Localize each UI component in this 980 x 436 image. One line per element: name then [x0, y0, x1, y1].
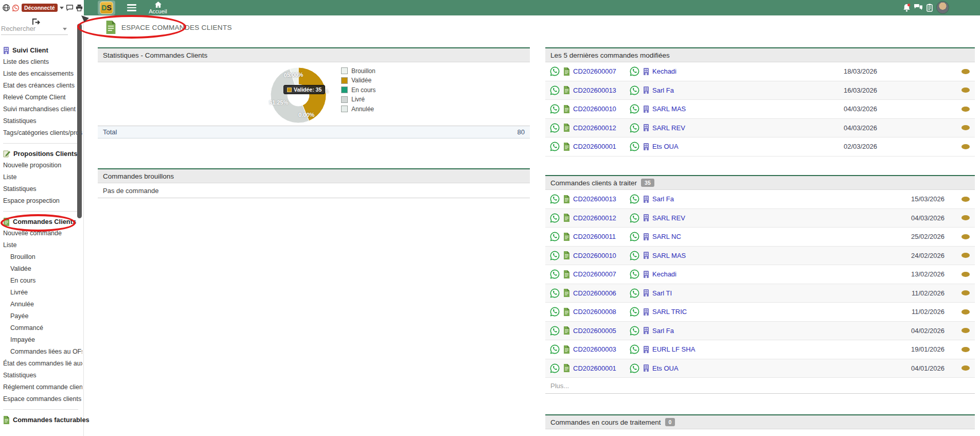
client-link[interactable]: Ets OUA: [652, 364, 679, 372]
bell-icon[interactable]: [903, 4, 911, 12]
whatsapp-icon[interactable]: [12, 4, 20, 12]
sidebar-item-liste[interactable]: Liste: [3, 239, 82, 251]
whatsapp-icon[interactable]: [629, 123, 640, 133]
sidebar-item-liste-des-encaissements[interactable]: Liste des encaissements: [3, 68, 82, 80]
client-link[interactable]: SARL MAS: [652, 252, 686, 259]
whatsapp-icon[interactable]: [629, 85, 640, 96]
whatsapp-icon[interactable]: [549, 66, 560, 77]
sidebar-scrollbar[interactable]: [77, 24, 82, 218]
whatsapp-icon[interactable]: [549, 306, 560, 317]
sidebar-item-pay-e[interactable]: Payée: [3, 310, 82, 322]
printer-icon[interactable]: [76, 4, 83, 11]
whatsapp-icon[interactable]: [629, 194, 640, 204]
search-dropdown-icon[interactable]: [63, 28, 67, 30]
order-row[interactable]: CD202600010SARL MAS24/02/2026: [545, 247, 975, 266]
order-ref-link[interactable]: CD202600012: [573, 214, 616, 222]
whatsapp-icon[interactable]: [629, 288, 640, 299]
sidebar-item-valid-e[interactable]: Validée: [3, 263, 82, 275]
order-ref-link[interactable]: CD202600010: [573, 105, 616, 113]
whatsapp-icon[interactable]: [549, 194, 560, 204]
sidebar-item-livr-e[interactable]: Livrée: [3, 287, 82, 299]
order-row[interactable]: CD202600007Kechadi18/03/2026: [545, 62, 975, 81]
client-link[interactable]: SARL TRIC: [652, 308, 687, 316]
whatsapp-icon[interactable]: [549, 213, 560, 223]
sidebar-item-statistiques[interactable]: Statistiques: [3, 370, 82, 381]
comment-icon[interactable]: [66, 4, 74, 11]
order-row[interactable]: CD202600012SARL REV04/03/2026: [545, 209, 975, 228]
client-link[interactable]: Sarl TI: [652, 289, 672, 297]
client-link[interactable]: Kechadi: [652, 270, 676, 278]
order-row[interactable]: CD202600003EURL LF SHA19/01/2026: [545, 340, 975, 359]
sidebar-item-etat-des-cr-ances-clients[interactable]: Etat des créances clients: [3, 80, 82, 92]
whatsapp-icon[interactable]: [629, 103, 640, 114]
sidebar-section-suivi-client[interactable]: Suivi Client: [3, 44, 82, 56]
whatsapp-icon[interactable]: [629, 306, 640, 317]
menu-toggle-icon[interactable]: [127, 4, 136, 11]
order-row[interactable]: CD202600008SARL TRIC11/02/2026: [545, 303, 975, 322]
globe-icon[interactable]: [3, 4, 10, 11]
whatsapp-icon[interactable]: [549, 103, 560, 114]
order-row[interactable]: CD202600007Kechadi13/02/2026: [545, 265, 975, 284]
sidebar-item-brouillon[interactable]: Brouillon: [3, 251, 82, 263]
whatsapp-icon[interactable]: [629, 269, 640, 280]
order-row[interactable]: CD202600005Sarl Fa04/02/2026: [545, 322, 975, 341]
avatar[interactable]: [936, 1, 949, 14]
client-link[interactable]: Kechadi: [652, 67, 676, 75]
sidebar-section-commandes-facturables[interactable]: Commandes facturables: [3, 414, 82, 426]
client-link[interactable]: SARL NC: [652, 233, 681, 240]
status-badge[interactable]: Déconnecté: [22, 4, 58, 12]
sidebar-item-statistiques[interactable]: Statistiques: [3, 183, 82, 195]
sidebar-item-tags-cat-gories-clients-prosp-[interactable]: Tags/catégories clients/prosp.: [3, 127, 82, 139]
order-ref-link[interactable]: CD202600007: [573, 67, 616, 75]
sidebar-item-statistiques[interactable]: Statistiques: [3, 115, 82, 127]
sidebar-item-liste[interactable]: Liste: [3, 171, 82, 183]
whatsapp-icon[interactable]: [549, 141, 560, 152]
whatsapp-icon[interactable]: [629, 325, 640, 336]
client-link[interactable]: Sarl Fa: [652, 195, 674, 203]
order-row[interactable]: CD202600013Sarl Fa15/03/2026: [545, 190, 975, 209]
whatsapp-icon[interactable]: [549, 325, 560, 336]
sidebar-item-espace-commandes-clients[interactable]: Espace commandes clients: [3, 393, 82, 405]
whatsapp-icon[interactable]: [629, 344, 640, 355]
order-ref-link[interactable]: CD202600005: [573, 327, 616, 335]
client-link[interactable]: SARL REV: [652, 214, 685, 222]
app-logo[interactable]: DS: [100, 2, 113, 14]
client-link[interactable]: Ets OUA: [652, 143, 679, 150]
client-link[interactable]: Sarl Fa: [652, 327, 674, 335]
sidebar-item-r-glement-commande-client[interactable]: Réglement commande client: [3, 381, 82, 393]
chat-bubbles-icon[interactable]: [914, 4, 923, 11]
order-ref-link[interactable]: CD202600001: [573, 364, 616, 372]
sidebar-item-impay-e[interactable]: Impayée: [3, 334, 82, 346]
order-row[interactable]: CD202600006Sarl TI11/02/2026: [545, 284, 975, 303]
sidebar-item-suivi-marchandises-client[interactable]: Suivi marchandises client: [3, 103, 82, 115]
order-ref-link[interactable]: CD202600013: [573, 86, 616, 94]
sidebar-item--tat-des-commandes-li-aux-[interactable]: État des commandes lié aux ...: [3, 358, 82, 370]
sidebar-item-annul-e[interactable]: Annulée: [3, 299, 82, 310]
chevron-down-icon[interactable]: [60, 7, 64, 9]
order-ref-link[interactable]: CD202600008: [573, 308, 616, 316]
whatsapp-icon[interactable]: [629, 213, 640, 223]
order-row[interactable]: CD202600012SARL REV04/03/2026: [545, 119, 975, 138]
order-row[interactable]: CD202600001Ets OUA02/03/2026: [545, 137, 975, 156]
client-link[interactable]: EURL LF SHA: [652, 345, 695, 353]
sidebar-item-commanc-[interactable]: Commancé: [3, 322, 82, 334]
sidebar-item-commandes-li-es-au-ofs[interactable]: Commandes liées au OFs: [3, 346, 82, 358]
order-ref-link[interactable]: CD202600011: [573, 233, 616, 240]
order-row[interactable]: CD202600013Sarl Fa16/03/2026: [545, 81, 975, 100]
whatsapp-icon[interactable]: [549, 123, 560, 133]
client-link[interactable]: Sarl Fa: [652, 86, 674, 94]
client-link[interactable]: SARL MAS: [652, 105, 686, 113]
sidebar-section-commandes-clients[interactable]: Commandes Clients: [3, 216, 82, 228]
sidebar-section-propositions-clients[interactable]: Propositions Clients: [3, 148, 82, 160]
whatsapp-icon[interactable]: [549, 231, 560, 242]
whatsapp-icon[interactable]: [629, 363, 640, 374]
sidebar-item-en-cours[interactable]: En cours: [3, 275, 82, 287]
whatsapp-icon[interactable]: [549, 269, 560, 280]
sidebar-item-nouvelle-proposition[interactable]: Nouvelle proposition: [3, 160, 82, 171]
order-ref-link[interactable]: CD202600006: [573, 289, 616, 297]
sidebar-item-nouvelle-commande[interactable]: Nouvelle commande: [3, 228, 82, 239]
order-row[interactable]: CD202600011SARL NC25/02/2026: [545, 228, 975, 247]
order-row[interactable]: CD202600001Ets OUA04/01/2026: [545, 359, 975, 378]
whatsapp-icon[interactable]: [549, 85, 560, 96]
sidebar-item-relev-compte-client[interactable]: Relevé Compte Client: [3, 92, 82, 103]
